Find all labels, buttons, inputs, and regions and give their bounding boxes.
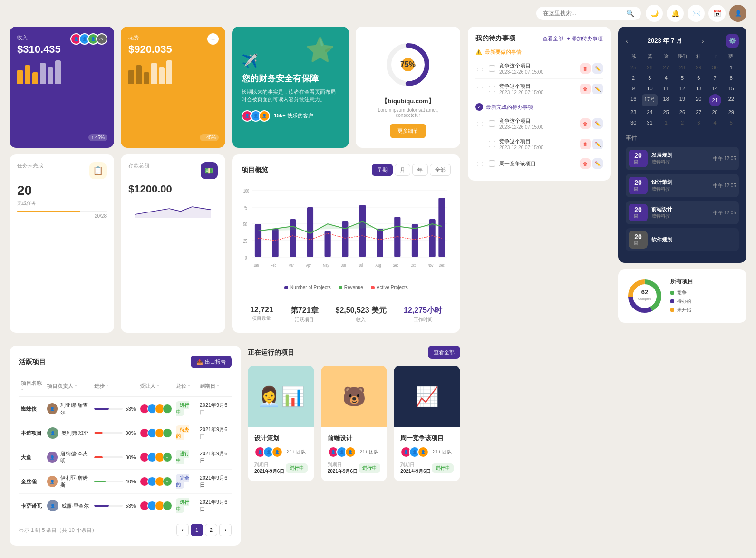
- edit-todo-button[interactable]: ✏️: [592, 84, 603, 94]
- cal-day[interactable]: 26: [675, 107, 690, 117]
- delete-todo-button[interactable]: 🗑: [580, 118, 591, 129]
- calendar-icon[interactable]: 📅: [708, 5, 726, 22]
- filter-tab-all[interactable]: 全部: [430, 164, 451, 176]
- cal-day[interactable]: 12: [675, 84, 690, 93]
- edit-todo-button[interactable]: ✏️: [592, 63, 603, 74]
- user-avatar[interactable]: 👤: [729, 5, 746, 22]
- edit-todo-button[interactable]: ✏️: [592, 118, 603, 129]
- status-cell: 进行中: [174, 397, 198, 421]
- cal-day[interactable]: 28: [675, 63, 690, 72]
- cal-day[interactable]: 2: [675, 118, 690, 127]
- event-day: 20: [632, 179, 644, 186]
- delete-todo-button[interactable]: 🗑: [580, 63, 591, 74]
- day-header: 莫: [642, 53, 658, 60]
- theme-toggle[interactable]: 🌙: [646, 5, 663, 22]
- cal-day[interactable]: 3: [642, 73, 657, 83]
- edit-todo-button[interactable]: ✏️: [592, 139, 603, 149]
- drag-handle[interactable]: ⋮⋮: [475, 66, 485, 71]
- cal-day[interactable]: 22: [724, 94, 739, 106]
- cal-day[interactable]: 10: [642, 84, 657, 93]
- next-page-button[interactable]: ›: [219, 524, 232, 536]
- delete-todo-button[interactable]: 🗑: [580, 84, 591, 94]
- drag-handle[interactable]: ⋮⋮: [475, 161, 485, 166]
- cal-day[interactable]: 27: [691, 107, 706, 117]
- todo-checkbox[interactable]: [489, 160, 495, 167]
- cal-day[interactable]: 30: [626, 118, 641, 127]
- cal-day[interactable]: 19: [675, 94, 690, 106]
- cal-day[interactable]: 5: [675, 73, 690, 83]
- cal-day[interactable]: 8: [724, 73, 739, 83]
- cal-day-today[interactable]: 21: [709, 94, 721, 106]
- cal-day[interactable]: 9: [626, 84, 641, 93]
- col-assignee[interactable]: 受让人 ↑: [138, 376, 174, 397]
- table-row: 卡萨诺瓦 👤 威廉·里查尔 53% + 进行中 2021年9月6日: [19, 494, 232, 518]
- cal-day[interactable]: 1: [724, 63, 739, 72]
- cal-day[interactable]: 28: [707, 107, 722, 117]
- cal-day[interactable]: 31: [642, 118, 657, 127]
- col-status[interactable]: 龙位 ↑: [174, 376, 198, 397]
- drag-handle[interactable]: ⋮⋮: [475, 121, 485, 126]
- search-input[interactable]: [543, 10, 622, 17]
- cal-day[interactable]: 30: [707, 63, 722, 72]
- todo-checkbox[interactable]: [489, 141, 495, 147]
- todo-checkbox[interactable]: [489, 65, 495, 72]
- cal-day[interactable]: 14: [707, 84, 722, 93]
- col-progress[interactable]: 进步 ↑: [92, 376, 138, 397]
- delete-todo-button[interactable]: 🗑: [580, 158, 591, 169]
- export-report-button[interactable]: 📤 出口报告: [191, 356, 232, 368]
- cal-day[interactable]: 4: [707, 118, 722, 127]
- cal-day[interactable]: 29: [724, 107, 739, 117]
- bar: [136, 65, 142, 84]
- cal-day[interactable]: 27: [659, 63, 674, 72]
- next-month-button[interactable]: ›: [702, 37, 704, 45]
- cards-row-2: 任务未完成 📋 20 完成任务 20/28 存款总额 💵: [10, 154, 460, 333]
- calendar-settings-button[interactable]: ⚙️: [726, 34, 739, 48]
- page-2-button[interactable]: 2: [205, 524, 217, 536]
- col-due[interactable]: 到期日 ↑: [198, 376, 232, 397]
- cal-day[interactable]: 11: [659, 84, 674, 93]
- drag-handle[interactable]: ⋮⋮: [475, 142, 485, 147]
- page-1-button[interactable]: 1: [191, 524, 203, 536]
- promo-avatars: 👤 👤 👤: [242, 110, 270, 122]
- todo-checkbox[interactable]: [489, 86, 495, 92]
- view-all-button[interactable]: 查看全部: [428, 346, 460, 359]
- cal-day[interactable]: 26: [642, 63, 657, 72]
- prev-month-button[interactable]: ‹: [626, 37, 628, 45]
- more-details-button[interactable]: 更多细节: [390, 124, 426, 138]
- cal-day[interactable]: 17号: [642, 94, 657, 106]
- add-todo[interactable]: + 添加待办事项: [567, 35, 603, 42]
- notifications-icon[interactable]: 🔔: [667, 5, 684, 22]
- cal-day[interactable]: 20: [691, 94, 706, 106]
- cal-day[interactable]: 16: [626, 94, 641, 106]
- filter-tab-week[interactable]: 星期: [372, 164, 393, 176]
- cal-day[interactable]: 13: [691, 84, 706, 93]
- delete-todo-button[interactable]: 🗑: [580, 139, 591, 149]
- cal-day[interactable]: 18: [659, 94, 674, 106]
- cal-day[interactable]: 25: [626, 63, 641, 72]
- cal-day[interactable]: 25: [659, 107, 674, 117]
- view-all-todo[interactable]: 查看全部: [543, 35, 563, 42]
- todo-checkbox[interactable]: [489, 120, 495, 127]
- cal-day[interactable]: 2: [626, 73, 641, 83]
- project-overview-title: 项目概览: [242, 166, 268, 174]
- edit-todo-button[interactable]: ✏️: [592, 158, 603, 169]
- cal-day[interactable]: 3: [691, 118, 706, 127]
- running-status-badge: 进行中: [432, 463, 454, 473]
- search-box[interactable]: 🔍: [536, 7, 641, 20]
- filter-tab-month[interactable]: 月: [395, 164, 410, 176]
- cal-day[interactable]: 6: [691, 73, 706, 83]
- col-manager[interactable]: 项目负责人 ↑: [45, 376, 92, 397]
- cal-day[interactable]: 29: [691, 63, 706, 72]
- cal-day[interactable]: 4: [659, 73, 674, 83]
- cal-day[interactable]: 23: [626, 107, 641, 117]
- cal-day[interactable]: 1: [659, 118, 674, 127]
- cal-day[interactable]: 15: [724, 84, 739, 93]
- drag-handle[interactable]: ⋮⋮: [475, 87, 485, 92]
- cal-day[interactable]: 24: [642, 107, 657, 117]
- mail-icon[interactable]: ✉️: [688, 5, 705, 22]
- prev-page-button[interactable]: ‹: [176, 524, 189, 536]
- filter-tab-year[interactable]: 年: [412, 164, 428, 176]
- cal-day[interactable]: 5: [724, 118, 739, 127]
- cal-day[interactable]: 7: [707, 73, 722, 83]
- col-project-name[interactable]: 项目名称 ↑: [19, 376, 45, 397]
